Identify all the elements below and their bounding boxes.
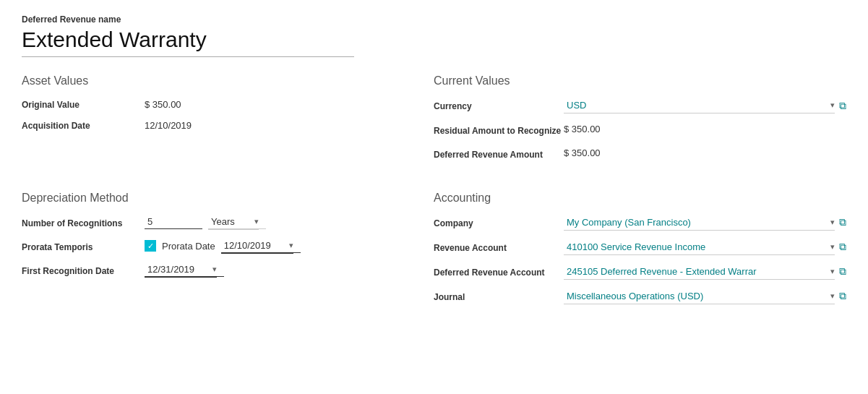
num-recognitions-input[interactable] (145, 215, 202, 229)
prorata-value-wrap: ✓ Prorata Date 12/10/2019 ▾ (145, 239, 434, 254)
num-recognitions-value-wrap: Years Months ▾ (145, 215, 434, 230)
prorata-temporis-row: Prorata Temporis ✓ Prorata Date 12/10/20… (22, 239, 434, 254)
company-select-wrap[interactable]: My Company (San Francisco) ▾ (564, 215, 835, 231)
residual-amount-row: Residual Amount to Recognize $ 350.00 (434, 122, 846, 137)
checkbox-check-icon: ✓ (147, 241, 154, 251)
company-label: Company (434, 215, 564, 230)
revenue-account-external-link[interactable]: ⧉ (839, 241, 846, 253)
deferred-revenue-amount-row: Deferred Revenue Amount $ 350.00 (434, 146, 846, 161)
prorata-wrap: ✓ Prorata Date 12/10/2019 ▾ (145, 239, 293, 254)
prorata-date-label: Prorata Date (162, 241, 215, 252)
deferred-revenue-account-row: Deferred Revenue Account 245105 Deferred… (434, 264, 846, 280)
original-value-row: Original Value $ 350.00 (22, 98, 434, 111)
journal-select[interactable]: Miscellaneous Operations (USD) (564, 288, 842, 304)
company-value-wrap: My Company (San Francisco) ▾ ⧉ (564, 215, 846, 231)
journal-select-wrap[interactable]: Miscellaneous Operations (USD) ▾ (564, 288, 835, 304)
deferred-revenue-account-select-wrap[interactable]: 245105 Deferred Revenue - Extended Warra… (564, 264, 835, 280)
top-section: Asset Values Original Value $ 350.00 Acq… (22, 74, 846, 192)
prorata-checkbox[interactable]: ✓ (145, 240, 156, 252)
acquisition-date-row: Acquisition Date 12/10/2019 (22, 119, 434, 132)
deferred-revenue-name-label: Deferred Revenue name (22, 14, 846, 25)
bottom-section: Depreciation Method Number of Recognitio… (22, 192, 846, 335)
header: Deferred Revenue name Extended Warranty (22, 14, 846, 57)
accounting-title: Accounting (434, 192, 846, 205)
first-recognition-date-select[interactable]: 12/31/2019 (145, 262, 224, 277)
residual-amount-value: $ 350.00 (564, 122, 846, 134)
revenue-account-label: Revenue Account (434, 239, 564, 254)
page-title: Extended Warranty (22, 27, 846, 52)
deferred-revenue-account-label: Deferred Revenue Account (434, 264, 564, 279)
first-recognition-row: First Recognition Date 12/31/2019 ▾ (22, 262, 434, 278)
asset-values-title: Asset Values (22, 74, 434, 87)
company-external-link[interactable]: ⧉ (839, 216, 846, 228)
journal-external-link[interactable]: ⧉ (839, 290, 846, 302)
acquisition-date-value: 12/10/2019 (145, 119, 434, 131)
revenue-account-select[interactable]: 410100 Service Revenue Income (564, 239, 842, 254)
prorata-date-select[interactable]: 12/10/2019 (221, 239, 301, 253)
currency-row: Currency USD ▾ ⧉ (434, 98, 846, 114)
journal-label: Journal (434, 288, 564, 304)
years-select[interactable]: Years Months (208, 215, 266, 229)
title-divider (22, 56, 354, 57)
residual-amount-label: Residual Amount to Recognize (434, 122, 564, 137)
deferred-revenue-amount-label: Deferred Revenue Amount (434, 146, 564, 161)
prorata-temporis-label: Prorata Temporis (22, 239, 145, 254)
num-recognitions-row: Number of Recognitions Years Months ▾ (22, 215, 434, 230)
current-values-title: Current Values (434, 74, 846, 87)
currency-external-link[interactable]: ⧉ (839, 100, 846, 112)
num-recognitions-label: Number of Recognitions (22, 215, 145, 230)
original-value-label: Original Value (22, 98, 145, 111)
currency-select[interactable]: USD (564, 98, 842, 113)
acquisition-date-label: Acquisition Date (22, 119, 145, 132)
first-recognition-label: First Recognition Date (22, 262, 145, 278)
current-values-section: Current Values Currency USD ▾ ⧉ Residual… (434, 74, 846, 170)
accounting-section: Accounting Company My Company (San Franc… (434, 192, 846, 313)
deferred-revenue-amount-value: $ 350.00 (564, 146, 846, 158)
currency-value-wrap: USD ▾ ⧉ (564, 98, 846, 114)
deferred-revenue-account-value-wrap: 245105 Deferred Revenue - Extended Warra… (564, 264, 846, 280)
deferred-revenue-account-external-link[interactable]: ⧉ (839, 265, 846, 278)
depreciation-method-title: Depreciation Method (22, 192, 434, 205)
depreciation-method-section: Depreciation Method Number of Recognitio… (22, 192, 434, 313)
journal-value-wrap: Miscellaneous Operations (USD) ▾ ⧉ (564, 288, 846, 304)
currency-select-wrap[interactable]: USD ▾ (564, 98, 835, 114)
journal-row: Journal Miscellaneous Operations (USD) ▾… (434, 288, 846, 304)
company-row: Company My Company (San Francisco) ▾ ⧉ (434, 215, 846, 231)
original-value: $ 350.00 (145, 98, 434, 110)
asset-values-section: Asset Values Original Value $ 350.00 Acq… (22, 74, 434, 170)
revenue-account-row: Revenue Account 410100 Service Revenue I… (434, 239, 846, 255)
residual-value-wrap: $ 350.00 (564, 122, 846, 134)
deferred-revenue-account-select[interactable]: 245105 Deferred Revenue - Extended Warra… (564, 264, 842, 279)
deferred-revenue-amount-value-wrap: $ 350.00 (564, 146, 846, 158)
currency-label: Currency (434, 98, 564, 113)
first-recognition-value-wrap: 12/31/2019 ▾ (145, 262, 434, 278)
page-container: Deferred Revenue name Extended Warranty … (22, 14, 846, 335)
company-select[interactable]: My Company (San Francisco) (564, 215, 842, 230)
revenue-account-value-wrap: 410100 Service Revenue Income ▾ ⧉ (564, 239, 846, 255)
revenue-account-select-wrap[interactable]: 410100 Service Revenue Income ▾ (564, 239, 835, 255)
